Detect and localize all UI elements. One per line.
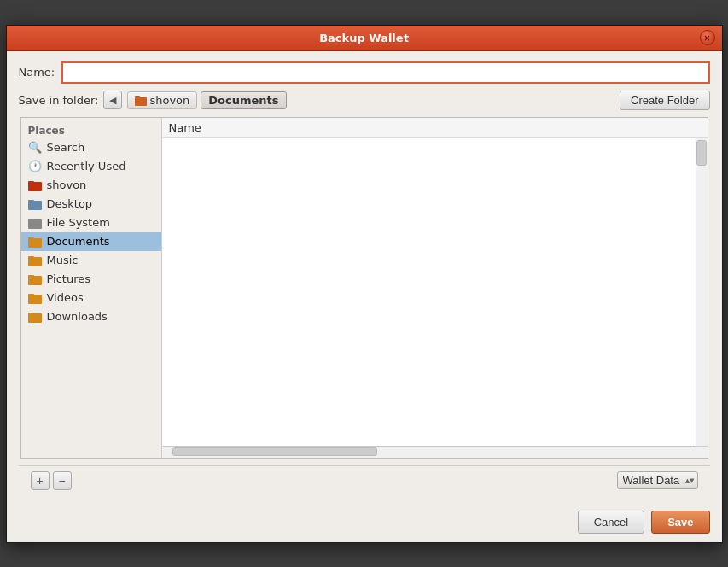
folder-row: Save in folder: ◀ shovon Documents Creat <box>19 91 710 110</box>
action-buttons: Cancel Save <box>7 504 722 542</box>
dialog-window: Backup Wallet × Name: Save in folder: ◀ <box>6 25 723 543</box>
type-selector: Wallet Data <box>617 471 698 489</box>
file-list-name-column: Name <box>169 121 201 134</box>
sidebar-label-downloads: Downloads <box>47 310 108 323</box>
file-list-header: Name <box>162 118 708 138</box>
sidebar-label-recently-used: Recently Used <box>47 160 126 172</box>
svg-rect-9 <box>28 237 34 240</box>
crumb-shovon[interactable]: shovon <box>127 91 197 109</box>
sidebar-section-label: Places <box>21 121 161 138</box>
sidebar-item-recently-used[interactable]: 🕐 Recently Used <box>21 157 161 176</box>
music-icon <box>28 254 42 267</box>
sidebar-label-pictures: Pictures <box>47 272 90 285</box>
svg-rect-3 <box>28 181 34 184</box>
dialog-title: Backup Wallet <box>29 32 700 44</box>
sidebar-item-videos[interactable]: Videos <box>21 289 161 307</box>
file-list-body[interactable] <box>162 138 708 446</box>
shovon-folder-icon <box>135 94 147 106</box>
recent-icon: 🕐 <box>28 160 42 173</box>
svg-rect-1 <box>135 96 140 99</box>
sidebar-item-pictures[interactable]: Pictures <box>21 270 161 289</box>
name-input[interactable] <box>61 61 709 84</box>
sidebar-label-music: Music <box>47 254 79 266</box>
folder-breadcrumb: shovon Documents <box>127 91 286 109</box>
downloads-icon <box>28 310 42 324</box>
sidebar-label-documents: Documents <box>47 235 110 248</box>
sidebar-item-desktop[interactable]: Desktop <box>21 195 161 213</box>
sidebar-label-search: Search <box>47 141 85 154</box>
crumb-shovon-label: shovon <box>149 94 189 107</box>
desktop-icon <box>28 197 42 211</box>
save-button[interactable]: Save <box>651 511 709 534</box>
svg-rect-15 <box>28 294 34 296</box>
svg-rect-17 <box>28 313 34 315</box>
scrollbar-thumb <box>696 140 707 166</box>
sidebar-label-desktop: Desktop <box>47 197 93 210</box>
videos-icon <box>28 291 42 305</box>
sidebar-label-videos: Videos <box>47 291 84 304</box>
svg-rect-13 <box>28 275 34 278</box>
title-bar: Backup Wallet × <box>7 26 722 51</box>
create-folder-button[interactable]: Create Folder <box>620 91 709 110</box>
name-row: Name: <box>19 61 710 84</box>
h-scrollbar-thumb <box>172 447 377 456</box>
sidebar-label-shovon: shovon <box>47 178 87 191</box>
filesystem-icon <box>28 216 42 230</box>
file-area: Name <box>162 118 708 458</box>
sidebar-label-file-system: File System <box>47 216 110 229</box>
dialog-body: Name: Save in folder: ◀ shovon Do <box>7 51 722 504</box>
crumb-documents-label: Documents <box>208 94 278 107</box>
sidebar-item-downloads[interactable]: Downloads <box>21 307 161 326</box>
type-select[interactable]: Wallet Data <box>617 471 698 489</box>
folder-label: Save in folder: <box>19 94 99 107</box>
svg-rect-5 <box>28 200 34 202</box>
sidebar: Places 🔍 Search 🕐 Recently Used <box>21 118 162 458</box>
sidebar-item-music[interactable]: Music <box>21 251 161 270</box>
add-remove-buttons: + − <box>31 471 72 490</box>
remove-bookmark-button[interactable]: − <box>53 471 72 490</box>
search-icon: 🔍 <box>28 141 42 155</box>
pictures-icon <box>28 272 42 286</box>
sidebar-item-search[interactable]: 🔍 Search <box>21 138 161 157</box>
name-label: Name: <box>19 66 55 79</box>
back-button[interactable]: ◀ <box>103 91 122 109</box>
horizontal-scrollbar[interactable] <box>162 446 708 458</box>
crumb-documents[interactable]: Documents <box>201 91 286 109</box>
documents-icon <box>28 235 42 248</box>
bottom-bar: + − Wallet Data <box>19 465 710 495</box>
close-button[interactable]: × <box>700 30 715 45</box>
add-bookmark-button[interactable]: + <box>31 471 50 490</box>
type-select-wrap: Wallet Data <box>617 471 698 489</box>
sidebar-item-shovon[interactable]: shovon <box>21 176 161 195</box>
vertical-scrollbar[interactable] <box>696 138 708 446</box>
svg-rect-7 <box>28 219 34 221</box>
cancel-button[interactable]: Cancel <box>578 511 644 534</box>
sidebar-item-file-system[interactable]: File System <box>21 213 161 232</box>
shovon-icon <box>28 178 42 192</box>
main-area: Places 🔍 Search 🕐 Recently Used <box>20 117 708 459</box>
sidebar-item-documents[interactable]: Documents <box>21 232 161 251</box>
svg-rect-11 <box>28 256 34 259</box>
